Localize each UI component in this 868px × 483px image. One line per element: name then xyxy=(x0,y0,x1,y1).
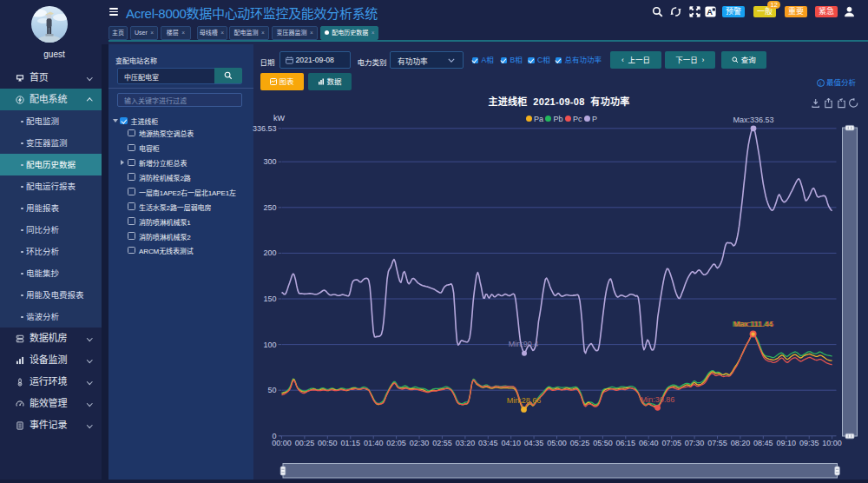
svg-text:A: A xyxy=(707,8,713,17)
